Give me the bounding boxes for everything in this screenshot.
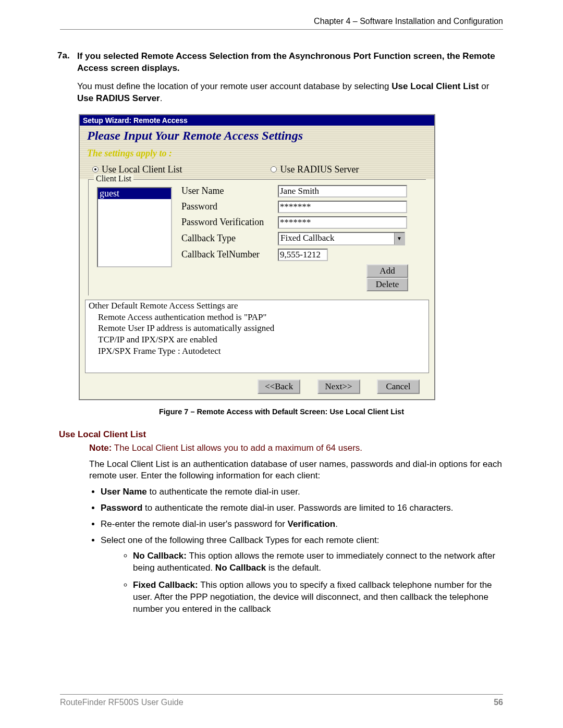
page-number: 56 (494, 698, 503, 707)
callback-type-value: Fixed Callback (279, 233, 394, 244)
figure-caption: Figure 7 – Remote Access with Default Sc… (60, 408, 503, 416)
step-intro: You must define the location of your rem… (77, 81, 503, 105)
page-footer: RouteFinder RF500S User Guide 56 (60, 694, 503, 707)
radio-selected-icon (92, 166, 99, 172)
dialog-headline: Please Input Your Remote Access Settings (80, 126, 434, 144)
label-password: Password (181, 201, 278, 212)
next-button[interactable]: Next>> (317, 379, 360, 394)
label-callback-tel: Callback TelNumber (181, 249, 278, 260)
radio-local-label: Use Local Client List (102, 164, 182, 175)
note: Note: The Local Client List allows you t… (89, 443, 503, 453)
field-list: User Name to authenticate the remote dia… (89, 486, 503, 615)
cancel-button[interactable]: Cancel (377, 379, 420, 394)
delete-button[interactable]: Delete (366, 278, 408, 291)
list-item[interactable]: guest (98, 188, 171, 199)
apply-to-label: The settings apply to : (80, 144, 434, 164)
label-callback-type: Callback Type (181, 233, 278, 244)
dialog-titlebar: Setup Wizard: Remote Access (80, 115, 434, 126)
default-settings-info: Other Default Remote Access Settings are… (85, 300, 429, 373)
password-verification-field[interactable]: ******* (278, 216, 407, 229)
add-button[interactable]: Add (366, 264, 408, 278)
back-button[interactable]: <<Back (258, 379, 300, 394)
username-field[interactable]: Jane Smith (278, 185, 407, 198)
radio-use-radius-server[interactable]: Use RADIUS Server (271, 164, 359, 175)
label-username: User Name (181, 186, 278, 196)
section-desc: The Local Client List is an authenticati… (89, 459, 503, 482)
password-field[interactable]: ******* (278, 201, 407, 213)
callback-type-select[interactable]: Fixed Callback ▼ (278, 232, 405, 245)
chapter-header: Chapter 4 – Software Installation and Co… (60, 17, 503, 30)
client-list-legend: Client List (94, 174, 133, 183)
step-number: 7a. (57, 51, 77, 61)
step-title: If you selected Remote Access Selection … (77, 51, 503, 75)
radio-radius-label: Use RADIUS Server (280, 164, 359, 175)
footer-title: RouteFinder RF500S User Guide (60, 698, 183, 707)
label-password-verification: Password Verification (181, 217, 278, 228)
radio-unselected-icon (271, 166, 277, 172)
client-list-box[interactable]: guest (97, 187, 172, 267)
chevron-down-icon[interactable]: ▼ (394, 233, 404, 244)
section-heading: Use Local Client List (59, 429, 503, 440)
callback-tel-field[interactable]: 9,555-1212 (278, 249, 328, 261)
radio-use-local-client-list[interactable]: Use Local Client List (92, 164, 182, 175)
setup-wizard-dialog: Setup Wizard: Remote Access Please Input… (79, 114, 435, 400)
client-list-fieldset: Client List guest User Name Jane Smith P… (88, 179, 426, 295)
